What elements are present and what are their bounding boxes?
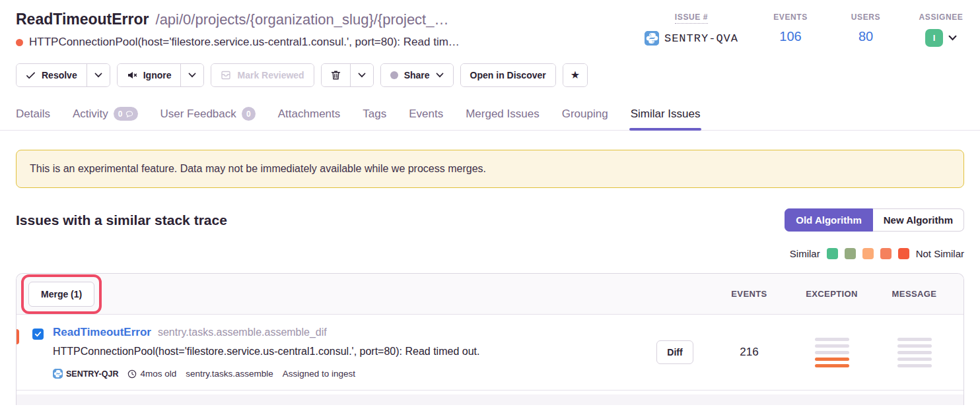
error-level-bar [16, 329, 19, 344]
stat-issue-id: ISSUE # SENTRY-QVA [645, 13, 738, 49]
algorithm-toggle: Old Algorithm New Algorithm [785, 208, 964, 232]
events-count[interactable]: 106 [779, 29, 801, 44]
issue-short-id[interactable]: SENTRY-QVA [645, 31, 738, 46]
chevron-down-icon [94, 73, 102, 78]
error-level-dot [16, 39, 23, 46]
tab-merged-issues[interactable]: Merged Issues [466, 107, 540, 130]
diff-cell: Diff [642, 340, 708, 364]
column-exception: EXCEPTION [790, 289, 873, 299]
delete-button[interactable] [322, 64, 350, 86]
bookmark-button-group: ★ [563, 63, 588, 87]
row-short-id: SENTRY-QJR [53, 369, 118, 379]
mute-icon [127, 70, 137, 80]
next-section-strip [17, 394, 963, 405]
table-header: Merge (1) EVENTS EXCEPTION MESSAGE [17, 274, 963, 315]
share-button[interactable]: Share [381, 64, 453, 86]
open-in-discover-button[interactable]: Open in Discover [461, 64, 555, 86]
tab-user-feedback[interactable]: User Feedback 0 [160, 107, 256, 130]
tab-tags[interactable]: Tags [363, 107, 386, 130]
mark-reviewed-button[interactable]: Mark Reviewed [211, 64, 313, 86]
share-status-dot [390, 71, 398, 79]
resolve-button[interactable]: Resolve [17, 64, 87, 86]
issue-header-left: ReadTimeoutError /api/0/projects/{organi… [16, 11, 460, 49]
assignee-avatar: I [925, 29, 943, 47]
banner-text: This is an experimental feature. Data ma… [30, 163, 486, 174]
events-label: EVENTS [773, 13, 808, 22]
experimental-feature-banner: This is an experimental feature. Data ma… [16, 150, 964, 188]
legend-swatch [827, 248, 838, 259]
row-message: HTTPConnectionPool(host='filestore.servi… [53, 346, 642, 358]
resolve-button-group: Resolve [16, 63, 110, 87]
assignee-label: ASSIGNEE [919, 13, 963, 22]
issue-tab-bar: Details Activity 0 User Feedback 0 Attac… [0, 87, 980, 131]
chevron-down-icon [358, 73, 366, 78]
similar-issues-table: Merge (1) EVENTS EXCEPTION MESSAGE ReadT… [16, 273, 964, 405]
issue-culprit-text: HTTPConnectionPool(host='filestore.servi… [29, 36, 460, 49]
row-culprit: sentry.tasks.assemble.assemble_dif [158, 327, 327, 338]
comment-icon [125, 110, 133, 118]
issue-title: ReadTimeoutError [16, 11, 149, 28]
exception-similarity-cell [790, 338, 873, 367]
stat-users: USERS 80 [843, 13, 889, 49]
ignore-button[interactable]: Ignore [118, 64, 181, 86]
legend-similar-label: Similar [790, 248, 820, 259]
resolve-dropdown-button[interactable] [87, 64, 110, 86]
bookmark-star-button[interactable]: ★ [563, 64, 587, 86]
message-similarity-bars [897, 338, 932, 367]
merge-button[interactable]: Merge (1) [28, 282, 94, 307]
tab-similar-issues[interactable]: Similar Issues [631, 107, 701, 130]
legend-swatch [862, 248, 874, 259]
tab-attachments[interactable]: Attachments [278, 107, 341, 130]
tab-details[interactable]: Details [16, 107, 50, 130]
assignee-dropdown[interactable]: I [925, 29, 957, 47]
row-cells: Diff 216 [642, 326, 956, 379]
action-toolbar: Resolve Ignore Mark Reviewed [0, 49, 980, 87]
check-icon [26, 71, 36, 80]
similar-issue-row: ReadTimeoutError sentry.tasks.assemble.a… [17, 315, 963, 391]
section-title: Issues with a similar stack trace [16, 212, 227, 228]
legend-not-similar-label: Not Similar [916, 248, 964, 259]
table-column-headers: EVENTS EXCEPTION MESSAGE [708, 289, 956, 299]
issue-transaction-path: /api/0/projects/{organization_slug}/{pro… [156, 11, 449, 28]
exception-similarity-bars [815, 338, 849, 367]
issue-number-label[interactable]: ISSUE # [675, 13, 708, 24]
trash-icon [331, 70, 341, 80]
mark-reviewed-button-group: Mark Reviewed [211, 63, 314, 87]
click-target-annotation: Merge (1) [21, 274, 102, 314]
row-main: ReadTimeoutError sentry.tasks.assemble.a… [53, 326, 642, 379]
ignore-button-group: Ignore [117, 63, 205, 87]
issue-culprit-line: HTTPConnectionPool(host='filestore.servi… [16, 36, 460, 49]
issue-short-id-text: SENTRY-QVA [664, 32, 738, 45]
users-label: USERS [851, 13, 880, 22]
chevron-down-icon [436, 73, 444, 78]
column-events: EVENTS [708, 289, 790, 299]
users-count[interactable]: 80 [858, 29, 873, 44]
row-title-line: ReadTimeoutError sentry.tasks.assemble.a… [53, 326, 642, 339]
delete-dropdown-button[interactable] [350, 64, 373, 86]
activity-count-badge: 0 [114, 107, 138, 121]
issue-title-line: ReadTimeoutError /api/0/projects/{organi… [16, 11, 460, 28]
tab-grouping[interactable]: Grouping [562, 107, 608, 130]
legend-swatch [880, 248, 892, 259]
delete-button-group [321, 63, 374, 87]
check-icon [34, 330, 42, 338]
similarity-legend: Similar Not Similar [0, 232, 980, 259]
diff-button[interactable]: Diff [656, 340, 693, 364]
tab-events[interactable]: Events [409, 107, 443, 130]
tab-activity[interactable]: Activity 0 [73, 107, 138, 130]
legend-swatch [845, 248, 856, 259]
similar-issues-section-head: Issues with a similar stack trace Old Al… [0, 188, 980, 232]
message-similarity-cell [873, 338, 956, 367]
ignore-dropdown-button[interactable] [180, 64, 203, 86]
row-issue-link[interactable]: ReadTimeoutError [53, 326, 151, 339]
old-algorithm-button[interactable]: Old Algorithm [785, 208, 872, 232]
star-icon: ★ [571, 70, 580, 80]
chevron-down-icon [188, 73, 196, 78]
row-age: 4mos old [127, 369, 176, 379]
share-button-group: Share [380, 63, 454, 87]
row-checkbox[interactable] [32, 329, 44, 340]
new-algorithm-button[interactable]: New Algorithm [873, 208, 964, 232]
row-events-count: 216 [708, 346, 790, 359]
row-task: sentry.tasks.assemble [186, 369, 273, 379]
open-in-discover-button-group: Open in Discover [460, 63, 556, 87]
